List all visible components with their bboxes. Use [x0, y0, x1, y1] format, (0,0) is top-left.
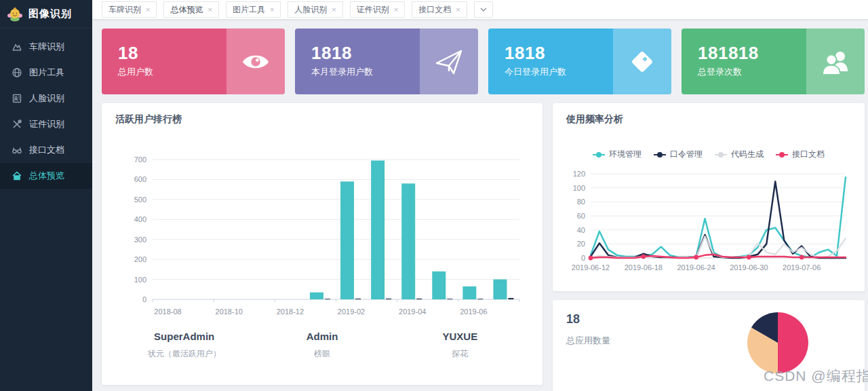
- svg-text:2019-02: 2019-02: [338, 308, 365, 316]
- svg-text:2018-10: 2018-10: [216, 308, 243, 316]
- stat-label: 今日登录用户数: [505, 65, 566, 77]
- stat-card-text: 1818 本月登录用户数: [311, 42, 373, 77]
- svg-text:40: 40: [577, 226, 585, 234]
- tab-bar: 车牌识别×总体预览×图片工具×人脸识别×证件识别×接口文档×: [92, 0, 868, 19]
- tab-close-icon[interactable]: ×: [208, 6, 212, 14]
- tab-close-icon[interactable]: ×: [332, 6, 336, 14]
- stat-card-total-logins[interactable]: 181818 总登录次数: [682, 29, 865, 94]
- line-marker: [589, 256, 593, 261]
- stat-label: 总用户数: [118, 65, 153, 77]
- users-icon: [806, 29, 865, 94]
- legend-label: 接口文档: [792, 149, 825, 160]
- bar: [310, 293, 323, 299]
- api-docs-icon: [12, 145, 22, 155]
- usage-line-chart[interactable]: 0204060801001202019-06-122019-06-182019-…: [566, 167, 851, 276]
- home-icon: [12, 170, 22, 181]
- logo-buddha-icon: [7, 6, 23, 22]
- bar: [355, 299, 361, 299]
- sidebar-item-image-tools[interactable]: 图片工具: [0, 60, 92, 86]
- svg-text:120: 120: [573, 170, 585, 178]
- stat-value: 181818: [698, 42, 759, 63]
- face-recognition-icon: [12, 93, 22, 104]
- legend-marker-icon: [776, 154, 788, 155]
- active-users-bar-chart[interactable]: 01002003004005006007002018-082018-102018…: [115, 151, 529, 322]
- bar: [340, 181, 354, 299]
- svg-text:2018-08: 2018-08: [154, 308, 181, 316]
- bar: [401, 183, 415, 299]
- tab-overflow-chevron[interactable]: [474, 1, 493, 18]
- pie-slice: [778, 312, 808, 373]
- winner-title: 探花: [391, 348, 529, 360]
- tag-icon: [613, 29, 671, 94]
- line-marker: [800, 255, 804, 260]
- legend-marker-icon: [654, 154, 666, 155]
- bar: [447, 299, 452, 299]
- sidebar: 图像识别 车牌识别 图片工具 人脸识别 证件识别: [0, 0, 92, 391]
- tab-label: 车牌识别: [108, 4, 141, 16]
- legend-item[interactable]: 口令管理: [654, 149, 703, 160]
- tab-close-icon[interactable]: ×: [146, 6, 150, 14]
- legend-item[interactable]: 环境管理: [593, 149, 642, 160]
- tab-item[interactable]: 接口文档×: [412, 1, 467, 18]
- winner-third: YUXUE 探花: [391, 331, 529, 360]
- tab-item[interactable]: 证件识别×: [350, 1, 405, 18]
- svg-text:100: 100: [134, 276, 146, 284]
- tab-label: 证件识别: [357, 4, 389, 16]
- tab-label: 人脸识别: [294, 4, 327, 16]
- winner-name: SuperAdmin: [115, 331, 253, 342]
- legend-label: 口令管理: [670, 149, 703, 160]
- tab-close-icon[interactable]: ×: [270, 6, 274, 14]
- legend-item[interactable]: 接口文档: [776, 149, 825, 160]
- sidebar-item-label: 车牌识别: [29, 41, 64, 53]
- sidebar-item-id-card[interactable]: 证件识别: [0, 111, 92, 137]
- tab-close-icon[interactable]: ×: [394, 6, 398, 14]
- tab-item[interactable]: 总体预览×: [163, 1, 218, 18]
- sidebar-item-label: 图片工具: [29, 67, 64, 79]
- content: 18 总用户数 1818 本月登录用户数 1818 今日: [92, 19, 868, 391]
- stat-card-text: 18 总用户数: [118, 42, 153, 77]
- svg-text:400: 400: [134, 215, 146, 223]
- panel-title-ranking: 活跃用户排行榜: [115, 113, 529, 126]
- stat-card-text: 1818 今日登录用户数: [505, 42, 566, 77]
- bar: [371, 160, 384, 299]
- stat-card-total-users[interactable]: 18 总用户数: [102, 29, 285, 94]
- apps-pie-chart[interactable]: [745, 310, 810, 375]
- chevron-down-icon: [480, 7, 487, 12]
- svg-text:500: 500: [134, 196, 146, 204]
- main-area: 车牌识别×总体预览×图片工具×人脸识别×证件识别×接口文档× 18 总用户数 1…: [92, 0, 868, 391]
- legend-marker-icon: [593, 154, 605, 155]
- dashboard-panels: 活跃用户排行榜 01002003004005006007002018-08201…: [102, 103, 859, 391]
- svg-text:200: 200: [134, 255, 146, 263]
- legend-label: 代码生成: [731, 149, 764, 160]
- legend-item[interactable]: 代码生成: [715, 149, 764, 160]
- svg-text:700: 700: [134, 155, 146, 164]
- winner-name: YUXUE: [391, 331, 529, 342]
- line-series: [591, 181, 846, 258]
- tab-item[interactable]: 人脸识别×: [288, 1, 342, 18]
- right-column: 使用频率分析 环境管理口令管理代码生成接口文档 0204060801001202…: [553, 103, 865, 391]
- bar: [386, 299, 391, 299]
- watermark: CSDN @编程指南针: [764, 367, 868, 386]
- winner-title: 状元（最活跃用户）: [115, 348, 253, 360]
- line-marker: [694, 255, 698, 260]
- sidebar-item-face-recognition[interactable]: 人脸识别: [0, 86, 92, 111]
- line-marker: [747, 255, 751, 260]
- stat-card-month-logins[interactable]: 1818 本月登录用户数: [295, 29, 478, 94]
- app-title: 图像识别: [28, 7, 72, 20]
- stat-card-today-logins[interactable]: 1818 今日登录用户数: [488, 29, 671, 94]
- sidebar-item-license-plate[interactable]: 车牌识别: [0, 34, 92, 60]
- svg-text:2019-06: 2019-06: [460, 308, 487, 316]
- app-logo[interactable]: 图像识别: [0, 0, 92, 29]
- svg-text:600: 600: [134, 175, 146, 183]
- tab-label: 图片工具: [233, 4, 265, 16]
- sidebar-item-api-docs[interactable]: 接口文档: [0, 137, 92, 163]
- svg-text:2019-04: 2019-04: [399, 308, 426, 316]
- stat-label: 总登录次数: [698, 65, 759, 77]
- tab-close-icon[interactable]: ×: [456, 6, 460, 14]
- tab-item[interactable]: 车牌识别×: [102, 1, 157, 18]
- sidebar-item-overview[interactable]: 总体预览: [0, 163, 92, 189]
- panel-title-usage: 使用频率分析: [566, 113, 851, 126]
- winner-name: Admin: [253, 331, 391, 342]
- svg-text:2019-06-18: 2019-06-18: [625, 263, 663, 272]
- tab-item[interactable]: 图片工具×: [226, 1, 281, 18]
